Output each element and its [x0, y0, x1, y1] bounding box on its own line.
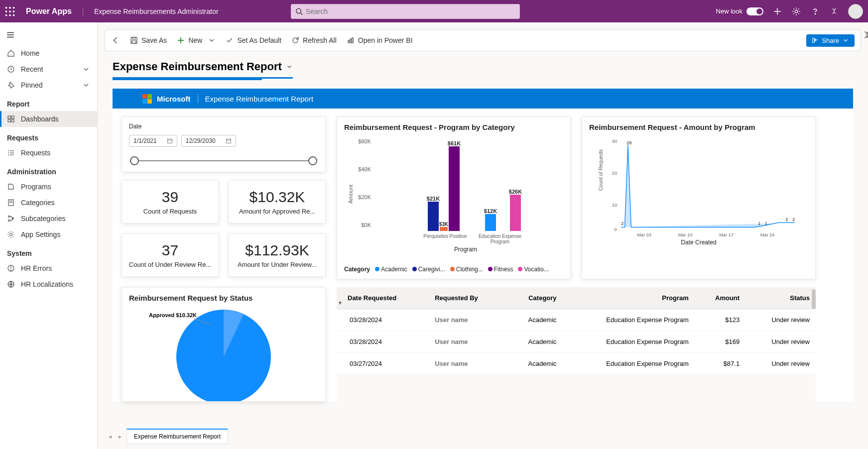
svg-rect-22 [11, 119, 14, 122]
date-range-slider[interactable] [129, 156, 318, 166]
date-to-input[interactable]: 12/29/2030 [181, 135, 236, 147]
col-by[interactable]: Requested By [429, 287, 506, 309]
table-row[interactable]: 03/28/2024User nameAcademicEducation Exp… [337, 309, 816, 331]
save-icon [130, 36, 138, 44]
nav-subcategories[interactable]: Subcategories [0, 211, 97, 226]
svg-rect-47 [352, 38, 354, 43]
nav-programs[interactable]: Programs [0, 179, 97, 195]
scrollbar[interactable] [812, 289, 816, 309]
chevron-down-icon[interactable] [82, 65, 90, 73]
cmd-label: Set As Default [237, 36, 281, 44]
report-title[interactable]: Expense Reimbursement Report [113, 60, 293, 79]
band-title: Expense Reimbursement Report [198, 95, 314, 103]
table-row[interactable]: 03/27/2024User nameAcademicEducation Exp… [337, 353, 816, 375]
new-button[interactable]: New [177, 36, 216, 44]
new-look-label: New look [716, 7, 743, 15]
search-input[interactable] [306, 7, 515, 15]
kpi-amount-under-review[interactable]: $112.93KAmount for Under Review... [229, 233, 326, 277]
cmd-label: Open in Power BI [358, 36, 413, 44]
set-default-button[interactable]: Set As Default [226, 36, 281, 44]
nav-pinned[interactable]: Pinned [0, 77, 97, 93]
col-amount[interactable]: Amount [695, 287, 745, 309]
waffle-icon[interactable] [5, 6, 15, 16]
gear-icon[interactable] [791, 6, 801, 16]
nav-dashboards[interactable]: Dashboards [0, 111, 97, 127]
line-plot-area: Count of Requests 30 20 10 0 2 28 1 1 2 … [589, 131, 808, 246]
svg-point-3 [5, 10, 7, 12]
report-tab[interactable]: Expense Reimbursement Report [126, 429, 228, 444]
bar-chart-tile[interactable]: Reimbursement Request - Program by Categ… [337, 116, 571, 279]
sort-desc-icon: ▼ [338, 300, 343, 306]
tab-prev-icon[interactable]: ◂ [107, 433, 114, 440]
new-look-toggle[interactable]: New look [716, 7, 763, 15]
app-name[interactable]: Power Apps [26, 7, 72, 16]
kpi-count-requests[interactable]: 39Count of Requests [122, 180, 219, 224]
nav-categories[interactable]: Categories [0, 195, 97, 211]
kpi-value: 39 [127, 189, 213, 206]
menu-toggle-icon[interactable] [0, 26, 97, 45]
nav-label: Pinned [21, 81, 43, 89]
chevron-down-icon[interactable] [208, 36, 216, 44]
open-power-bi-button[interactable]: Open in Power BI [347, 36, 413, 44]
kpi-count-under-review[interactable]: 37Count of Under Review Re... [122, 233, 219, 277]
app-label: Expense Reimbursements Administrator [83, 7, 219, 15]
col-date[interactable]: ▼Date Requested [337, 287, 429, 309]
nav-hr-localizations[interactable]: HR Localizations [0, 276, 97, 292]
col-status[interactable]: Status [745, 287, 816, 309]
nav-section-report: Report [0, 93, 97, 111]
nav-label: HR Localizations [21, 280, 73, 288]
chevron-down-icon[interactable] [286, 63, 293, 70]
content-area: Save As New Set As Default Refresh All O… [98, 22, 868, 449]
tab-next-icon[interactable]: ▸ [117, 433, 124, 440]
svg-text:1: 1 [758, 221, 760, 226]
slider-handle-start[interactable] [130, 156, 139, 165]
global-search[interactable] [291, 4, 520, 19]
copilot-side-icon[interactable] [861, 29, 868, 41]
svg-point-32 [8, 216, 10, 218]
share-button[interactable]: Share [806, 34, 855, 47]
col-category[interactable]: Category [506, 287, 562, 309]
pie-chart-tile[interactable]: Reimbursement Request by Status Approved… [122, 287, 326, 402]
slider-handle-end[interactable] [308, 156, 317, 165]
copilot-icon[interactable] [829, 6, 839, 16]
chevron-down-icon[interactable] [82, 81, 90, 89]
svg-point-14 [815, 13, 816, 14]
microsoft-logo: Microsoft [142, 94, 191, 104]
svg-rect-42 [132, 41, 136, 43]
date-from-input[interactable]: 1/1/2021 [129, 135, 177, 147]
svg-text:30: 30 [612, 139, 617, 144]
svg-rect-49 [167, 139, 172, 143]
nav-app-settings[interactable]: App Settings [0, 226, 97, 242]
svg-text:28: 28 [626, 140, 631, 145]
nav-label: Subcategories [21, 215, 66, 223]
nav-recent[interactable]: Recent [0, 61, 97, 77]
svg-point-9 [296, 8, 301, 13]
left-sidebar: Home Recent Pinned Report Dashboards Req… [0, 22, 98, 449]
help-icon[interactable] [810, 6, 820, 16]
report-title-text: Expense Reimbursement Report [113, 60, 282, 73]
kpi-amount-approved[interactable]: $10.32KAmount for Approved Re... [229, 180, 326, 224]
user-avatar[interactable] [848, 4, 863, 19]
nav-hr-errors[interactable]: HR Errors [0, 260, 97, 276]
nav-home[interactable]: Home [0, 45, 97, 61]
table-row[interactable]: 03/28/2024User nameAcademicEducation Exp… [337, 331, 816, 353]
toggle-switch[interactable] [746, 7, 763, 15]
col-program[interactable]: Program [563, 287, 695, 309]
save-as-button[interactable]: Save As [130, 36, 167, 44]
svg-text:10: 10 [612, 203, 617, 208]
nav-label: Categories [21, 199, 55, 207]
add-icon[interactable] [772, 6, 782, 16]
cmd-label: Save As [141, 36, 167, 44]
calendar-icon [226, 138, 232, 144]
requests-table[interactable]: ▼Date Requested Requested By Category Pr… [337, 287, 816, 402]
x-axis-label: Program [454, 246, 477, 253]
refresh-button[interactable]: Refresh All [291, 36, 337, 44]
line-chart-tile[interactable]: Reimbursement Request - Amount by Progra… [582, 116, 816, 279]
svg-text:Mar 24: Mar 24 [760, 232, 775, 237]
svg-text:0: 0 [614, 227, 617, 232]
kpi-value: 37 [127, 242, 213, 259]
search-icon [295, 7, 303, 15]
svg-point-7 [9, 14, 11, 16]
back-button[interactable] [111, 36, 120, 45]
nav-requests[interactable]: Requests [0, 145, 97, 161]
